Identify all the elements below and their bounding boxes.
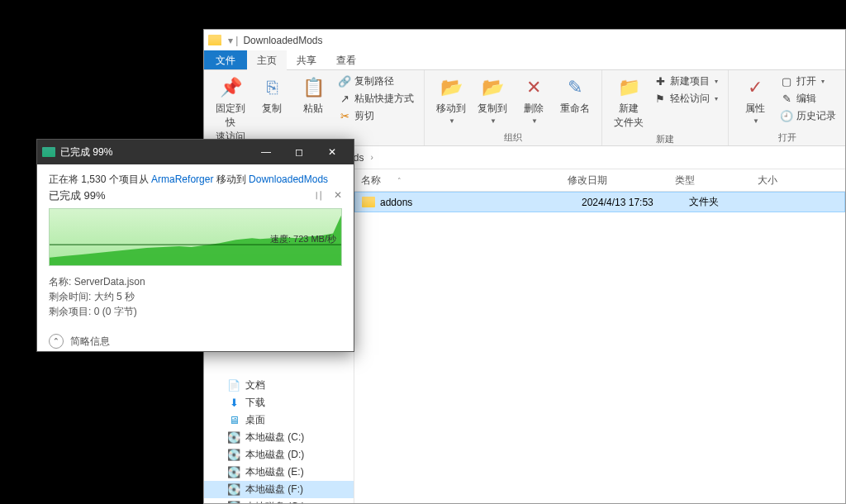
tab-share[interactable]: 共享	[287, 50, 326, 69]
properties-icon: ✓	[743, 75, 768, 100]
pin-icon: 📌	[218, 75, 243, 100]
sidebar-drive-g[interactable]: 💽本地磁盘 (G:)	[204, 498, 354, 503]
document-icon: 📄	[227, 379, 240, 392]
easy-access-button[interactable]: ⚑轻松访问▾	[650, 91, 721, 107]
cancel-button[interactable]: ✕	[334, 189, 342, 203]
title-bar[interactable]: ▾ | DownloadedMods	[204, 30, 845, 50]
speed-chart: 速度: 723 MB/秒	[49, 208, 342, 266]
dialog-title-bar[interactable]: 已完成 99% — ◻ ✕	[37, 140, 354, 164]
speed-label: 速度: 723 MB/秒	[270, 233, 336, 245]
fewer-details-button[interactable]: ⌄ 简略信息	[37, 327, 354, 355]
sidebar-drive-f[interactable]: 💽本地磁盘 (F:)	[204, 481, 354, 498]
drive-icon: 💽	[227, 449, 240, 462]
file-list: 名称˄ 修改日期 类型 大小 addons 2024/4/13 17:53 文件…	[354, 170, 845, 503]
file-row[interactable]: addons 2024/4/13 17:53 文件夹	[354, 192, 845, 212]
column-headers[interactable]: 名称˄ 修改日期 类型 大小	[354, 170, 845, 192]
history-button[interactable]: 🕘历史记录	[777, 108, 839, 124]
copy-message: 正在将 1,530 个项目从 ArmaReforger 移动到 Download…	[49, 173, 342, 187]
maximize-button[interactable]: ◻	[283, 140, 316, 164]
tab-view[interactable]: 查看	[326, 50, 366, 69]
copy-button[interactable]: ⎘复制	[252, 74, 292, 117]
close-button[interactable]: ✕	[316, 140, 349, 164]
ribbon-group-open: ✓属性▼ ▢打开▾ ✎编辑 🕘历史记录 打开	[729, 70, 846, 145]
open-icon: ▢	[780, 75, 793, 88]
sidebar-downloads[interactable]: ⬇下载	[204, 394, 354, 411]
dialog-info: 名称: ServerData.json 剩余时间: 大约 5 秒 剩余项目: 0…	[49, 274, 342, 319]
tab-home[interactable]: 主页	[247, 50, 287, 69]
chevron-up-icon: ⌄	[49, 334, 64, 349]
ribbon: 📌固定到快 速访问 ⎘复制 📋粘贴 🔗复制路径 ↗粘贴快捷方式 ✂剪切 剪贴板 …	[204, 70, 845, 146]
paste-button[interactable]: 📋粘贴	[293, 74, 333, 117]
moveto-icon: 📂	[439, 75, 463, 100]
copy-progress-dialog[interactable]: 已完成 99% — ◻ ✕ 正在将 1,530 个项目从 ArmaReforge…	[36, 139, 354, 352]
new-item-icon: ✚	[654, 75, 667, 88]
paste-shortcut-button[interactable]: ↗粘贴快捷方式	[335, 91, 417, 107]
chevron-right-icon: ›	[370, 153, 373, 162]
edit-icon: ✎	[780, 93, 793, 106]
new-folder-button[interactable]: 📁新建 文件夹	[609, 74, 649, 131]
shortcut-icon: ↗	[338, 93, 351, 106]
paste-icon: 📋	[301, 75, 326, 100]
drive-icon: 💽	[227, 501, 240, 504]
dialog-title: 已完成 99%	[60, 145, 112, 159]
new-folder-icon: 📁	[616, 75, 641, 100]
easy-access-icon: ⚑	[654, 93, 667, 106]
drive-icon: 💽	[227, 483, 240, 497]
open-button[interactable]: ▢打开▾	[777, 74, 839, 89]
rename-button[interactable]: ✎重命名	[555, 74, 595, 117]
delete-icon: ✕	[521, 75, 546, 100]
properties-button[interactable]: ✓属性▼	[735, 74, 775, 126]
sidebar-drive-e[interactable]: 💽本地磁盘 (E:)	[204, 464, 354, 481]
folder-icon	[362, 197, 375, 207]
cut-button[interactable]: ✂剪切	[335, 108, 417, 124]
rename-icon: ✎	[563, 75, 587, 100]
pin-button[interactable]: 📌固定到快 速访问	[211, 74, 250, 145]
minimize-button[interactable]: —	[250, 140, 283, 164]
drive-icon: 💽	[227, 466, 240, 479]
download-icon: ⬇	[227, 397, 240, 410]
sort-arrow-icon: ˄	[397, 177, 402, 185]
ribbon-group-clipboard: 📌固定到快 速访问 ⎘复制 📋粘贴 🔗复制路径 ↗粘贴快捷方式 ✂剪切 剪贴板	[204, 70, 425, 145]
transfer-icon	[42, 147, 55, 157]
copy-icon: ⎘	[259, 75, 284, 100]
folder-icon	[208, 35, 221, 45]
window-title: DownloadedMods	[243, 35, 322, 46]
path-icon: 🔗	[338, 75, 351, 88]
tabs: 文件 主页 共享 查看	[204, 50, 845, 70]
history-icon: 🕘	[780, 110, 793, 123]
drive-icon: 💽	[227, 431, 240, 445]
copyto-icon: 📂	[480, 75, 505, 100]
new-item-button[interactable]: ✚新建项目▾	[650, 74, 721, 89]
sidebar-drive-d[interactable]: 💽本地磁盘 (D:)	[204, 446, 354, 464]
copyto-button[interactable]: 📂复制到▼	[473, 74, 512, 126]
sidebar-docs[interactable]: 📄文档	[204, 377, 354, 394]
cut-icon: ✂	[338, 110, 351, 123]
delete-button[interactable]: ✕删除▼	[514, 74, 554, 126]
target-link[interactable]: DownloadedMods	[249, 174, 328, 185]
sidebar-drive-c[interactable]: 💽本地磁盘 (C:)	[204, 429, 354, 446]
pause-button[interactable]: 〢	[314, 189, 324, 203]
ribbon-group-new: 📁新建 文件夹 ✚新建项目▾ ⚑轻松访问▾ 新建	[602, 70, 729, 145]
moveto-button[interactable]: 📂移动到▼	[431, 74, 471, 126]
qat-separator: ▾ |	[228, 35, 238, 46]
edit-button[interactable]: ✎编辑	[777, 91, 839, 107]
desktop-icon: 🖥	[227, 414, 240, 427]
ribbon-group-organize: 📂移动到▼ 📂复制到▼ ✕删除▼ ✎重命名 组织	[425, 70, 602, 145]
copy-path-button[interactable]: 🔗复制路径	[335, 74, 417, 89]
tab-file[interactable]: 文件	[204, 50, 247, 69]
sidebar-desktop[interactable]: 🖥桌面	[204, 411, 354, 429]
percent-complete: 已完成 99%	[49, 188, 106, 203]
source-link[interactable]: ArmaReforger	[151, 174, 213, 185]
